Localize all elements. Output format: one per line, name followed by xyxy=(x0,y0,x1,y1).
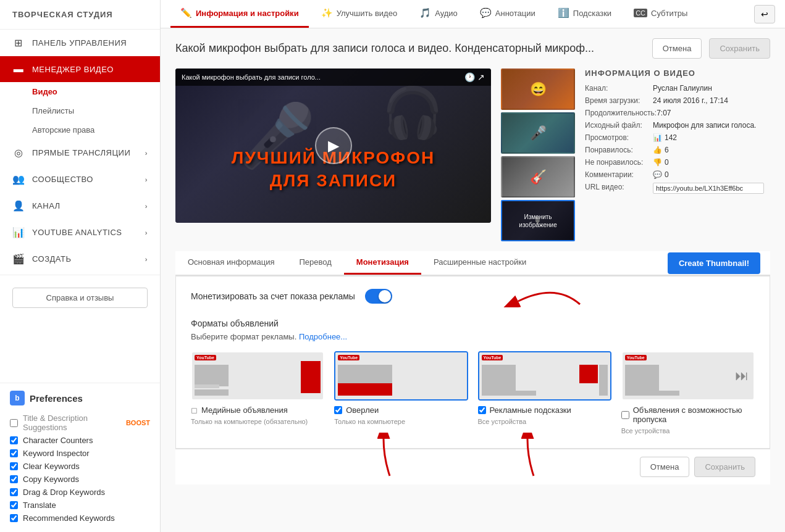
tab-translate[interactable]: Перевод xyxy=(287,251,344,275)
views-value: 📊 142 xyxy=(653,133,770,142)
sidebar-item-community[interactable]: 👥 СООБЩЕСТВО › xyxy=(0,166,160,193)
community-icon: 👥 xyxy=(12,173,25,185)
drag-drop-checkbox[interactable] xyxy=(10,488,18,496)
likes-value: 👍 6 xyxy=(653,146,770,154)
create-thumbnail-button[interactable]: Create Thumbnail! xyxy=(668,252,760,274)
improve-icon: ✨ xyxy=(321,7,333,19)
ad-formats-link[interactable]: Подробнее... xyxy=(299,332,347,341)
cancel-button-bottom[interactable]: Отмена xyxy=(640,457,690,477)
info-row-duration: Продолжительность: 7:07 xyxy=(585,109,770,117)
video-manager-icon: ▬ xyxy=(12,64,25,75)
sidebar-sub-video[interactable]: Видео xyxy=(0,82,160,101)
ad-format-overlay: YouTube Оверлеи Только на компьютере xyxy=(334,351,468,426)
pref-translate[interactable]: Translate xyxy=(10,499,150,512)
boost-label: BOOST xyxy=(126,419,150,426)
tab-tips[interactable]: ℹ️ Подсказки xyxy=(548,0,621,28)
preferences-icon: b xyxy=(10,391,25,405)
tab-annotations[interactable]: 💬 Аннотации xyxy=(470,0,545,28)
keyword-inspector-checkbox[interactable] xyxy=(10,449,18,457)
create-chevron-icon: › xyxy=(145,256,148,263)
video-layout: Какой микрофон выбрать для записи голо..… xyxy=(175,69,770,241)
tab-monetize[interactable]: Монетизация xyxy=(344,251,421,275)
char-counters-checkbox[interactable] xyxy=(10,436,18,444)
overlay-checkbox[interactable] xyxy=(334,406,342,414)
sidebar-create-label: СОЗДАТЬ xyxy=(32,254,72,264)
info-row-dislikes: Не понравилось: 👎 0 xyxy=(585,158,770,167)
skippable-checkbox[interactable] xyxy=(621,411,629,419)
arrow-to-toggle xyxy=(481,270,605,307)
sidebar-item-create[interactable]: 🎬 СОЗДАТЬ › xyxy=(0,246,160,272)
save-button-top[interactable]: Сохранить xyxy=(709,38,770,59)
monetize-toggle[interactable] xyxy=(365,289,392,304)
pref-char-counters[interactable]: Character Counters xyxy=(10,434,150,447)
thumbnail-3[interactable]: 🎸 xyxy=(501,156,575,197)
info-row-comments: Комментарии: 💬 0 xyxy=(585,170,770,179)
save-button-bottom[interactable]: Сохранить xyxy=(694,457,755,477)
sidebar-live-label: ПРЯМЫЕ ТРАНСЛЯЦИИ xyxy=(32,148,130,157)
sponsored-checkbox[interactable] xyxy=(478,406,486,414)
community-chevron-icon: › xyxy=(145,176,148,183)
info-row-upload: Время загрузки: 24 июля 2016 г., 17:14 xyxy=(585,96,770,105)
recommended-checkbox[interactable] xyxy=(10,514,18,522)
sidebar-sub-playlists[interactable]: Плейлисты xyxy=(0,101,160,120)
sponsored-desc: Все устройства xyxy=(478,417,527,426)
tab-audio[interactable]: 🎵 Аудио xyxy=(409,0,468,28)
audio-icon: 🎵 xyxy=(419,7,431,19)
pref-copy-keywords[interactable]: Copy Keywords xyxy=(10,473,150,486)
ad-formats-title: Форматы объявлений xyxy=(191,318,755,328)
clear-keywords-checkbox[interactable] xyxy=(10,462,18,470)
channel-icon: 👤 xyxy=(12,200,25,212)
arrow-to-overlay xyxy=(353,433,427,482)
edit-icon: ✏️ xyxy=(180,7,192,19)
overlay-checkbox-row: Оверлеи xyxy=(334,405,379,415)
url-input[interactable] xyxy=(653,183,764,194)
play-button[interactable]: ▶ xyxy=(315,127,352,164)
pref-drag-drop[interactable]: Drag & Drop Keywords xyxy=(10,486,150,499)
sidebar-item-live[interactable]: ◎ ПРЯМЫЕ ТРАНСЛЯЦИИ › xyxy=(0,139,160,166)
change-image-overlay[interactable]: Изменить изображение xyxy=(502,201,574,240)
preferences-title: Preferences xyxy=(30,393,83,404)
tab-basic[interactable]: Основная информация xyxy=(175,251,287,275)
tips-icon: ℹ️ xyxy=(558,7,569,19)
sidebar-item-analytics[interactable]: 📊 YOUTUBE ANALYTICS › xyxy=(0,219,160,246)
back-button[interactable]: ↩ xyxy=(754,5,775,23)
analytics-icon: 📊 xyxy=(12,227,25,238)
video-player[interactable]: Какой микрофон выбрать для записи голо..… xyxy=(175,69,491,223)
title-desc-checkbox[interactable] xyxy=(10,419,18,427)
copy-keywords-checkbox[interactable] xyxy=(10,475,18,483)
pref-keyword-inspector[interactable]: Keyword Inspector xyxy=(10,447,150,460)
page-header: Какой микрофон выбрать для записи голоса… xyxy=(175,38,770,59)
overlay-desc: Только на компьютере xyxy=(334,417,405,426)
skippable-ad-thumb: YouTube ⏭ xyxy=(621,351,755,401)
overlay-ad-thumb: YouTube xyxy=(334,351,468,401)
cancel-button-top[interactable]: Отмена xyxy=(652,38,702,59)
feedback-button[interactable]: Справка и отзывы xyxy=(12,288,148,308)
tab-subtitles[interactable]: CC Субтитры xyxy=(624,1,697,27)
ad-format-skippable: YouTube ⏭ Объявления с возможностью проп… xyxy=(621,351,755,436)
tab-info[interactable]: ✏️ Информация и настройки xyxy=(170,0,309,28)
video-info-column: ИНФОРМАЦИЯ О ВИДЕО Канал: Руслан Галиули… xyxy=(585,69,770,241)
sidebar-analytics-label: YOUTUBE ANALYTICS xyxy=(32,228,122,237)
sidebar-sub-rights[interactable]: Авторские права xyxy=(0,120,160,139)
translate-checkbox[interactable] xyxy=(10,501,18,509)
skippable-label: Объявления с возможностью пропуска xyxy=(633,405,755,424)
sidebar-item-video-manager[interactable]: ▬ МЕНЕДЖЕР ВИДЕО xyxy=(0,56,160,82)
sidebar-item-dashboard[interactable]: ⊞ ПАНЕЛЬ УПРАВЛЕНИЯ xyxy=(0,30,160,56)
thumbnail-2[interactable]: 🎤 xyxy=(501,112,575,154)
duration-value: 7:07 xyxy=(657,109,770,117)
tab-improve[interactable]: ✨ Улучшить видео xyxy=(311,0,408,28)
copy-keywords-label: Copy Keywords xyxy=(23,475,79,484)
overlay-label: Оверлеи xyxy=(346,405,379,415)
views-label: Просмотров: xyxy=(585,133,653,142)
dislikes-icon: 👎 xyxy=(653,158,662,167)
subtitles-icon: CC xyxy=(634,9,647,17)
thumbnail-4-selected[interactable]: 🎙 Изменить изображение xyxy=(501,200,575,241)
pref-clear-keywords[interactable]: Clear Keywords xyxy=(10,460,150,473)
thumbnail-1[interactable]: 😄 xyxy=(501,69,575,110)
display-desc: Только на компьютере (обязательно) xyxy=(191,417,308,426)
views-icon: 📊 xyxy=(653,133,662,142)
sidebar-item-channel[interactable]: 👤 КАНАЛ › xyxy=(0,193,160,219)
pref-recommended[interactable]: Recommended Keywords xyxy=(10,512,150,525)
dislikes-value: 👎 0 xyxy=(653,158,770,167)
drag-drop-label: Drag & Drop Keywords xyxy=(23,488,105,497)
